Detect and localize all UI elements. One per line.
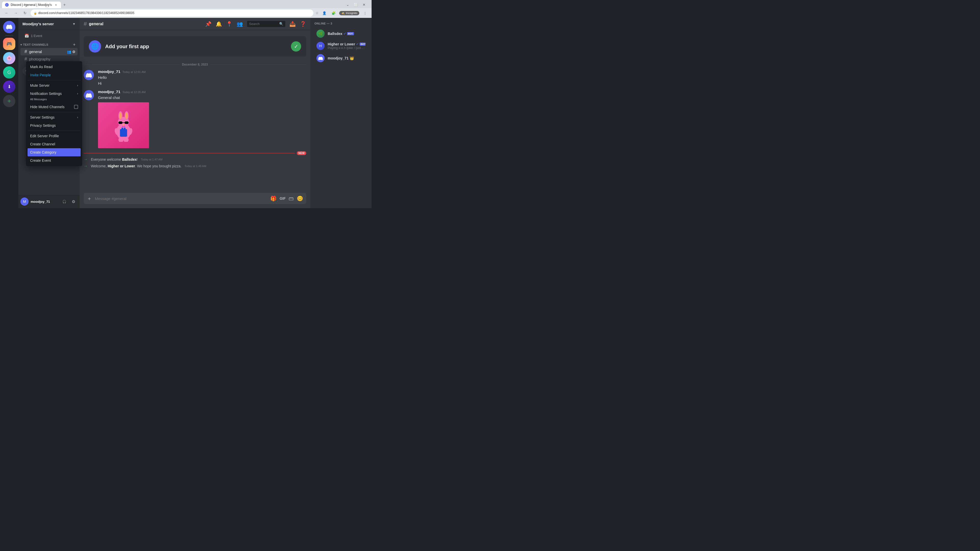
server-icon-3[interactable]: G <box>3 66 15 79</box>
server-icon-4[interactable]: ⬇ <box>3 81 15 93</box>
tab-title: Discord | #general | Moodjoy's <box>11 3 52 6</box>
member-avatar-ballsdex: 🌿 <box>317 30 325 38</box>
more-options-button[interactable]: ⋮ <box>361 10 369 17</box>
server-icon-1[interactable]: 🎮 <box>3 38 15 50</box>
help-icon[interactable]: ❓ <box>300 21 306 27</box>
channel-name-photography: photography <box>29 57 50 61</box>
svg-point-4 <box>119 113 122 119</box>
app-banner-icon: 🌐 <box>89 40 101 52</box>
message-text-2: General chat <box>98 95 306 100</box>
address-bar[interactable]: 🔒 discord.com/channels/11823468517819843… <box>30 10 313 17</box>
svg-point-9 <box>123 124 124 125</box>
back-button[interactable]: ← <box>3 10 10 17</box>
context-item-notification-settings[interactable]: Notification Settings › All Messages <box>27 89 81 103</box>
context-item-edit-server-profile[interactable]: Edit Server Profile <box>27 132 81 140</box>
server-icon-2[interactable]: 🌸 <box>3 52 15 64</box>
chat-header-actions: 📌 🔔 📍 👥 Search 🔍 📥 ❓ <box>205 21 306 27</box>
svg-rect-6 <box>118 121 123 124</box>
search-bar[interactable]: Search 🔍 <box>247 21 285 27</box>
threads-icon[interactable]: 📌 <box>205 21 212 27</box>
context-item-mute-server[interactable]: Mute Server › <box>27 81 81 89</box>
context-item-create-event[interactable]: Create Event <box>27 156 81 165</box>
message-group-2: moodjoy_71 Today at 12:26 AM General cha… <box>80 89 310 149</box>
svg-point-5 <box>125 113 128 119</box>
invite-people-label: Invite People <box>30 73 78 77</box>
tab-close-button[interactable]: ✕ <box>54 3 58 7</box>
channel-item-general[interactable]: # general 👥 ⚙ <box>21 48 78 56</box>
profile-button[interactable]: 👤 <box>321 10 328 17</box>
restore-window-button[interactable]: ⬜ <box>352 1 360 8</box>
deafen-button[interactable]: 🎧 <box>60 197 68 206</box>
pin-icon[interactable]: 📍 <box>226 21 232 27</box>
message-input-area: ＋ 🎁 GIF 🗃 😊 <box>80 193 310 208</box>
privacy-settings-label: Privacy Settings <box>30 124 78 127</box>
bunny-svg <box>111 109 136 142</box>
active-tab[interactable]: D Discord | #general | Moodjoy's ✕ <box>2 2 61 8</box>
bookmark-icon[interactable]: ☆ <box>315 11 319 15</box>
gif-button[interactable]: GIF <box>280 197 286 200</box>
system-arrow-icon-2: → <box>84 164 88 168</box>
context-item-create-category[interactable]: Create Category <box>27 148 81 156</box>
channel-settings-icon[interactable]: ⚙ <box>72 50 76 54</box>
create-event-label: Create Event <box>30 159 78 162</box>
context-item-hide-muted-channels[interactable]: Hide Muted Channels <box>27 103 81 111</box>
system-text-1: Everyone welcome Ballsdex! <box>91 157 138 162</box>
minimize-window-button[interactable]: ⌄ <box>344 1 351 8</box>
reload-button[interactable]: ↻ <box>21 10 29 17</box>
add-channel-button[interactable]: + <box>73 42 76 47</box>
discord-home-icon[interactable] <box>3 21 15 33</box>
ballsdex-verified-icon: ✓ <box>344 32 346 35</box>
close-window-button[interactable]: ✕ <box>360 1 368 8</box>
notification-bell-icon[interactable]: 🔔 <box>216 21 222 27</box>
sticker-button[interactable]: 🗃 <box>289 196 294 202</box>
user-controls: 🎧 ⚙ <box>60 197 78 206</box>
context-item-server-settings[interactable]: Server Settings › <box>27 113 81 121</box>
member-status-hl: Playing н н л /joke: I just bou... <box>328 46 366 50</box>
inbox-icon[interactable]: 📥 <box>290 21 296 27</box>
server-settings-label: Server Settings <box>30 115 75 119</box>
settings-button[interactable]: ⚙ <box>69 197 78 206</box>
members-icon[interactable]: 👥 <box>237 21 243 27</box>
message-content-1: moodjoy_71 Today at 12:01 AM Hello Hi <box>98 69 306 86</box>
notification-settings-row: Notification Settings › <box>30 92 78 96</box>
message-time-1: Today at 12:01 AM <box>123 70 146 73</box>
svg-rect-10 <box>120 129 127 137</box>
server-settings-arrow-icon: › <box>77 116 78 119</box>
context-item-privacy-settings[interactable]: Privacy Settings <box>27 121 81 130</box>
date-divider: December 8, 2023 <box>80 61 310 68</box>
context-item-invite-people[interactable]: Invite People <box>27 71 81 79</box>
message-input-actions: 🎁 GIF 🗃 😊 <box>270 195 303 202</box>
context-item-create-channel[interactable]: Create Channel <box>27 140 81 148</box>
member-item-moodjoy[interactable]: moodjoy_71 👑 <box>314 52 368 64</box>
member-name-text-ballsdex: Ballsdex <box>328 32 342 36</box>
new-tab-button[interactable]: + <box>61 2 68 8</box>
extension-button[interactable]: 🧩 <box>330 10 337 17</box>
add-attachment-button[interactable]: ＋ <box>87 195 92 202</box>
notification-settings-label: Notification Settings <box>30 92 77 96</box>
user-area: M moodjoy_71 🎧 ⚙ <box>18 195 80 208</box>
server-header[interactable]: Moodjoy's server ▼ <box>18 18 80 30</box>
forward-button[interactable]: → <box>12 10 19 17</box>
channel-add-user-icon[interactable]: 👥 <box>67 50 71 54</box>
message-line-hello: Hello <box>98 75 306 80</box>
context-item-mark-as-read[interactable]: Mark As Read <box>27 63 81 71</box>
app-banner[interactable]: 🌐 Add your first app ✓ <box>84 36 306 57</box>
member-item-higher-or-lower[interactable]: H Higher or Lower ✓ BOT Playing н н л /j… <box>314 40 368 52</box>
emoji-button[interactable]: 😊 <box>297 195 303 202</box>
member-item-ballsdex[interactable]: 🌿 Ballsdex ✓ BOT <box>314 28 368 39</box>
message-author-2: moodjoy_71 <box>98 89 121 94</box>
text-channels-label: TEXT CHANNELS <box>23 43 48 46</box>
message-text-1: Hello Hi <box>98 75 306 86</box>
events-item[interactable]: 📅 1 Event <box>21 32 78 39</box>
text-channels-section: ▾ TEXT CHANNELS + # general 👥 ⚙ # photog… <box>18 41 80 63</box>
text-channels-header[interactable]: ▾ TEXT CHANNELS + <box>18 41 80 48</box>
context-menu: Mark As Read Invite People Mute Server ›… <box>26 61 82 166</box>
add-server-button[interactable]: + <box>3 95 15 107</box>
section-collapse-icon: ▾ <box>21 43 22 46</box>
message-input-field[interactable] <box>95 194 267 203</box>
gift-button[interactable]: 🎁 <box>270 195 277 202</box>
incognito-badge: 🕵 Incognito <box>339 11 360 15</box>
server-name: Moodjoy's server <box>22 22 54 26</box>
hide-muted-checkbox[interactable] <box>74 105 78 109</box>
member-info-higher-or-lower: Higher or Lower ✓ BOT Playing н н л /jok… <box>328 42 366 50</box>
